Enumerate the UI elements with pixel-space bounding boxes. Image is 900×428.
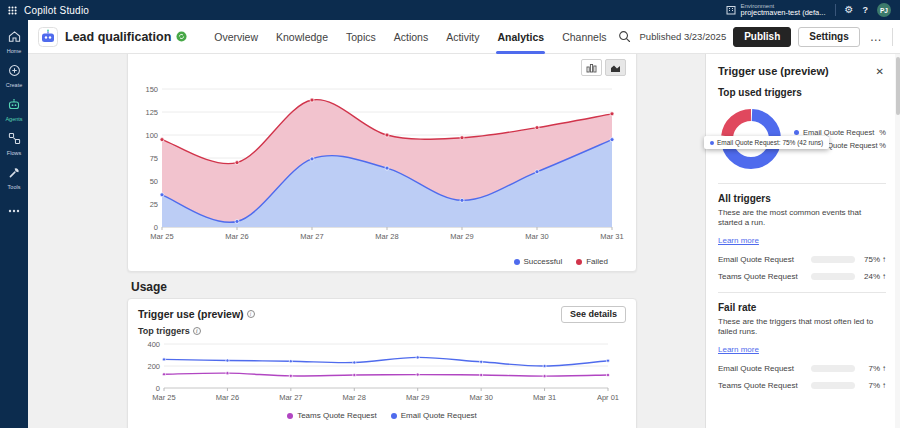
legend-item[interactable]: Failed [576, 257, 608, 266]
fail-bar [811, 382, 855, 389]
tab-knowledge[interactable]: Knowledge [267, 20, 337, 54]
legend-dot [576, 259, 582, 265]
donut-tooltip: Email Quote Request: 75% (42 runs) [704, 136, 829, 149]
x-axis-label: Mar 29 [450, 232, 473, 241]
trigger-bar [811, 273, 855, 280]
x-axis-label: Mar 31 [600, 232, 623, 241]
sidebar-item-flows[interactable]: Flows [0, 131, 28, 156]
search-icon[interactable] [616, 28, 633, 45]
sidebar-item-tools[interactable]: Tools [0, 165, 28, 190]
data-point [226, 372, 229, 375]
x-axis-label: Mar 30 [469, 393, 492, 402]
scrollbar-thumb[interactable] [896, 57, 900, 115]
tab-topics[interactable]: Topics [337, 20, 385, 54]
scrollbar[interactable] [895, 54, 900, 428]
sidebar-item-label: Home [7, 48, 22, 54]
data-point [535, 126, 539, 130]
fail-bar [811, 365, 855, 372]
page-title: Lead qualification [65, 30, 171, 44]
panel-divider [718, 183, 886, 184]
y-axis-label: 0 [154, 223, 158, 232]
bar-chart-toggle-icon[interactable] [581, 59, 602, 76]
trigger-label: Email Quote Request [718, 255, 811, 264]
learn-more-link[interactable]: Learn more [718, 345, 759, 354]
gear-icon[interactable]: ⚙ [845, 5, 854, 15]
help-icon[interactable]: ? [863, 6, 869, 15]
waffle-menu-icon[interactable] [0, 6, 24, 15]
sidebar-item-create[interactable]: Create [0, 63, 28, 88]
more-options-icon[interactable]: … [867, 31, 885, 43]
publish-button[interactable]: Publish [733, 27, 791, 47]
data-point [353, 361, 356, 364]
trigger-stat-row: Email Quote Request 75% ↑ [718, 255, 886, 264]
tab-channels[interactable]: Channels [553, 20, 615, 54]
trigger-value: 7% [860, 381, 880, 390]
user-avatar[interactable]: PJ [877, 3, 891, 17]
y-axis-label: 150 [145, 85, 158, 94]
sidebar-item-label: Tools [8, 184, 21, 190]
sidebar-more-button[interactable] [0, 199, 28, 217]
x-axis-label: Mar 27 [300, 232, 323, 241]
learn-more-link[interactable]: Learn more [718, 236, 759, 245]
data-point [606, 373, 609, 376]
data-point [160, 138, 164, 142]
tab-overview[interactable]: Overview [205, 20, 267, 54]
data-point [226, 359, 229, 362]
robot-agents-icon [7, 97, 21, 115]
copilot-studio-window: Copilot Studio Environment projectmaven-… [0, 0, 900, 428]
tab-actions[interactable]: Actions [385, 20, 437, 54]
published-status: Published 3/23/2025 [640, 31, 727, 42]
left-navigation-rail: Home Create Agents Flows Tools [0, 20, 28, 428]
x-axis-label: Mar 26 [225, 232, 248, 241]
close-icon[interactable]: ✕ [874, 65, 886, 78]
see-details-button[interactable]: See details [561, 306, 626, 323]
settings-button[interactable]: Settings [798, 27, 859, 47]
environment-picker[interactable]: Environment projectmaven-test (defa... [726, 1, 825, 19]
sidebar-item-label: Agents [5, 116, 22, 122]
all-triggers-heading: All triggers [718, 193, 886, 204]
data-point [235, 219, 239, 223]
data-point [310, 157, 314, 161]
sync-status-icon[interactable] [176, 31, 187, 42]
sidebar-item-agents[interactable]: Agents [0, 97, 28, 122]
trigger-use-panel: Trigger use (preview) ✕ Top used trigger… [705, 54, 900, 428]
info-icon[interactable]: i [247, 310, 255, 318]
data-point [460, 136, 464, 140]
sidebar-item-home[interactable]: Home [0, 29, 28, 54]
trigger-value: 75% [860, 255, 880, 264]
data-point [416, 373, 419, 376]
more-dots-icon [8, 199, 20, 217]
y-axis-label: 0 [156, 384, 160, 393]
legend-label: Email Quote Request [401, 411, 477, 420]
agent-header: Lead qualification Overview Knowledge To… [28, 20, 900, 54]
tab-activity[interactable]: Activity [437, 20, 488, 54]
legend-dot [287, 413, 293, 419]
top-app-bar: Copilot Studio Environment projectmaven-… [0, 0, 900, 20]
tab-analytics[interactable]: Analytics [488, 20, 553, 54]
top-triggers-subheading: Top triggersi [138, 326, 626, 336]
agent-avatar [38, 27, 58, 47]
x-axis-label: Mar 25 [150, 232, 173, 241]
y-axis-label: 125 [145, 108, 158, 117]
data-point [289, 374, 292, 377]
top-triggers-legend: Teams Quote RequestEmail Quote Request [138, 411, 626, 420]
donut-chart-block: Email Quote Request % Teams Quote Reques… [718, 106, 886, 172]
data-point [235, 161, 239, 165]
trend-up-icon: ↑ [882, 272, 886, 281]
data-point [460, 198, 464, 202]
x-axis-label: Apr 01 [597, 393, 619, 402]
outcomes-chart-card: 0255075100125150Mar 25Mar 26Mar 27Mar 28… [127, 54, 637, 272]
legend-label: Teams Quote Request [297, 411, 377, 420]
legend-item[interactable]: Successful [514, 257, 563, 266]
legend-item[interactable]: Teams Quote Request [287, 411, 377, 420]
fail-stat-row: Email Quote Request 7% ↑ [718, 364, 886, 373]
area-chart-toggle-icon[interactable] [605, 59, 626, 76]
sidebar-item-label: Flows [7, 150, 21, 156]
top-used-triggers-heading: Top used triggers [718, 87, 886, 98]
trigger-bar [811, 256, 855, 263]
x-axis-label: Mar 25 [152, 393, 175, 402]
data-point [610, 112, 614, 116]
legend-item[interactable]: Email Quote Request [391, 411, 477, 420]
info-icon[interactable]: i [193, 327, 201, 335]
y-axis-label: 400 [147, 340, 160, 349]
